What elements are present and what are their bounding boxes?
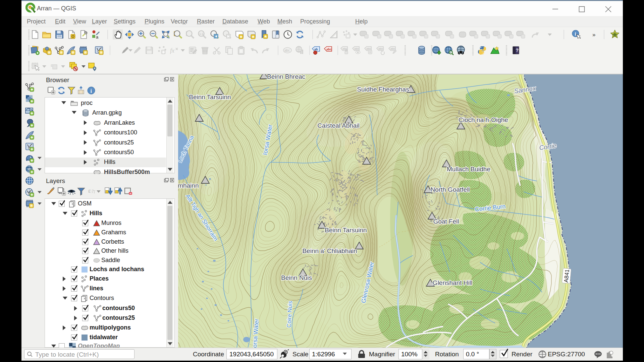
- svg-text:Beinn Tarsuinn: Beinn Tarsuinn: [325, 227, 367, 234]
- svg-text:amhainn: amhainn: [178, 182, 199, 189]
- svg-text:Cioch na h-Oighe: Cioch na h-Oighe: [459, 116, 508, 123]
- svg-text:abc: abc: [367, 47, 371, 50]
- svg-text:»: »: [592, 32, 595, 38]
- svg-text:abc: abc: [391, 47, 395, 50]
- svg-text:abc: abc: [326, 48, 332, 51]
- svg-text:?: ?: [516, 48, 519, 53]
- svg-text:Beinn Bhreac: Beinn Bhreac: [267, 74, 305, 80]
- svg-text:a: a: [96, 35, 99, 40]
- svg-text:i: i: [575, 31, 576, 37]
- svg-text:Mullach Buidhe: Mullach Buidhe: [447, 166, 490, 173]
- svg-text:i: i: [91, 88, 92, 94]
- svg-text:abc: abc: [355, 47, 359, 50]
- svg-text:abc: abc: [379, 47, 383, 50]
- svg-text:abc: abc: [284, 49, 290, 52]
- svg-text:ε: ε: [88, 187, 91, 194]
- svg-text:Glenshant Hill: Glenshant Hill: [433, 279, 472, 286]
- svg-text:Caisteal Abhail: Caisteal Abhail: [317, 122, 360, 129]
- svg-text:ab: ab: [314, 48, 318, 51]
- svg-text:Beinn Nuis: Beinn Nuis: [281, 274, 312, 281]
- svg-text:1:1: 1:1: [199, 32, 204, 36]
- svg-text:A841: A841: [563, 269, 570, 283]
- svg-text:Beinn Tarsuinn: Beinn Tarsuinn: [189, 94, 231, 101]
- svg-text:Suidhe Fhearghas: Suidhe Fhearghas: [357, 86, 409, 93]
- svg-text:Beinn a' Chliabhain: Beinn a' Chliabhain: [302, 247, 357, 254]
- svg-text:North Goatfell: North Goatfell: [430, 186, 470, 193]
- svg-text:Goat Fell: Goat Fell: [433, 218, 459, 225]
- svg-text:ε: ε: [51, 62, 53, 68]
- svg-text:fx: fx: [170, 47, 174, 54]
